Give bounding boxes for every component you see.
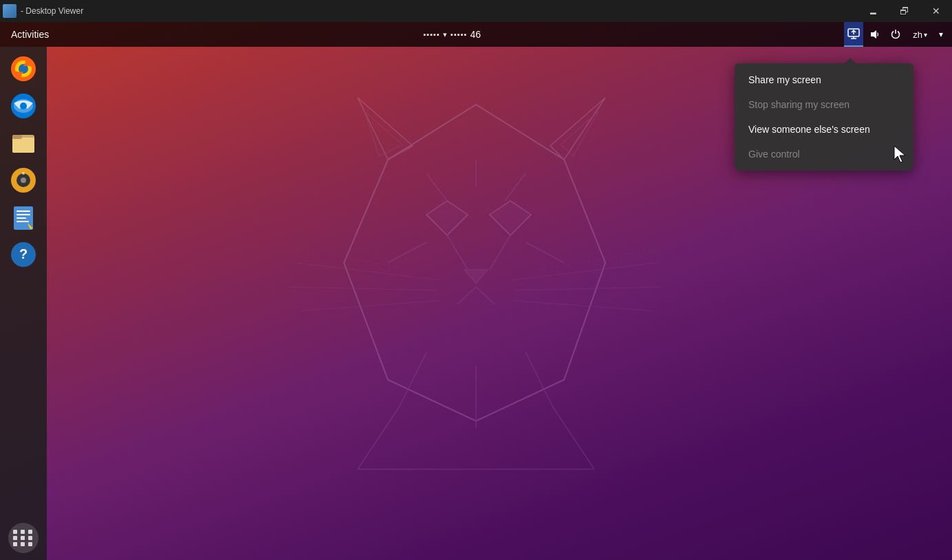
maximize-button[interactable]: 🗗 bbox=[889, 0, 920, 22]
svg-line-18 bbox=[399, 352, 426, 407]
svg-marker-4 bbox=[561, 111, 598, 156]
svg-rect-53 bbox=[17, 217, 26, 219]
stop-sharing-item: Stop sharing my screen bbox=[735, 92, 913, 117]
dock-rhythmbox[interactable] bbox=[7, 164, 40, 197]
dock-writer[interactable] bbox=[7, 201, 40, 234]
files-icon bbox=[8, 128, 39, 158]
share-my-screen-item[interactable]: Share my screen bbox=[735, 67, 913, 92]
activities-button[interactable]: Activities bbox=[0, 22, 60, 47]
show-apps-button[interactable] bbox=[8, 523, 39, 553]
app-icon bbox=[3, 4, 17, 18]
screen-share-icon bbox=[847, 28, 860, 39]
network-speed-indicator: ▪▪▪▪▪ ▾ ▪▪▪▪▪ bbox=[423, 30, 467, 39]
svg-rect-45 bbox=[12, 135, 22, 139]
svg-line-12 bbox=[299, 301, 439, 311]
svg-marker-7 bbox=[464, 270, 488, 283]
dock-firefox[interactable] bbox=[7, 52, 40, 85]
svg-line-8 bbox=[457, 287, 476, 304]
svg-marker-0 bbox=[344, 105, 605, 421]
screen-share-button[interactable] bbox=[844, 22, 863, 47]
desktop: Activities ▪▪▪▪▪ ▾ ▪▪▪▪▪ 46 bbox=[0, 22, 952, 560]
svg-line-27 bbox=[388, 242, 426, 263]
clock-area: ▪▪▪▪▪ ▾ ▪▪▪▪▪ 46 bbox=[423, 29, 481, 40]
dock: ? bbox=[0, 47, 47, 560]
system-menu-arrow: ▾ bbox=[939, 30, 943, 39]
dock-help[interactable]: ? bbox=[7, 238, 40, 271]
svg-rect-52 bbox=[17, 214, 30, 215]
language-button[interactable]: zh ▾ bbox=[907, 22, 933, 47]
rhythmbox-icon bbox=[8, 165, 39, 195]
svg-point-48 bbox=[21, 177, 26, 183]
clock[interactable]: 46 bbox=[470, 29, 482, 40]
volume-button[interactable] bbox=[866, 22, 884, 47]
help-icon: ? bbox=[8, 239, 39, 270]
screen-share-menu: Share my screen Stop sharing my screen V… bbox=[735, 63, 913, 171]
svg-line-22 bbox=[553, 407, 594, 469]
gnome-topbar: Activities ▪▪▪▪▪ ▾ ▪▪▪▪▪ 46 bbox=[0, 22, 952, 47]
dock-files[interactable] bbox=[7, 127, 40, 160]
svg-line-30 bbox=[490, 235, 510, 270]
svg-text:?: ? bbox=[19, 246, 28, 261]
svg-line-21 bbox=[358, 407, 399, 469]
svg-marker-35 bbox=[871, 30, 876, 39]
minimize-button[interactable]: 🗕 bbox=[857, 0, 889, 22]
title-bar-text: - Desktop Viewer bbox=[21, 6, 857, 16]
title-bar-controls: 🗕 🗗 ✕ bbox=[857, 0, 952, 22]
svg-marker-6 bbox=[490, 201, 531, 235]
svg-rect-54 bbox=[17, 221, 29, 222]
svg-line-13 bbox=[512, 263, 656, 280]
grid-dots-icon bbox=[13, 530, 34, 546]
svg-line-9 bbox=[476, 287, 495, 304]
svg-line-29 bbox=[447, 235, 468, 270]
svg-marker-2 bbox=[550, 98, 605, 160]
svg-line-11 bbox=[289, 287, 437, 290]
svg-line-28 bbox=[526, 242, 564, 263]
power-button[interactable] bbox=[887, 22, 905, 47]
svg-rect-51 bbox=[17, 211, 30, 212]
svg-line-24 bbox=[426, 173, 447, 201]
power-icon bbox=[890, 29, 901, 40]
close-button[interactable]: ✕ bbox=[920, 0, 952, 22]
give-control-item: Give control bbox=[735, 142, 913, 166]
svg-marker-1 bbox=[358, 98, 413, 160]
thunderbird-icon bbox=[8, 91, 39, 121]
svg-line-15 bbox=[513, 301, 653, 311]
svg-marker-5 bbox=[426, 201, 468, 235]
view-someone-screen-item[interactable]: View someone else's screen bbox=[735, 117, 913, 142]
topbar-right: zh ▾ ▾ bbox=[844, 22, 952, 47]
svg-line-25 bbox=[505, 173, 526, 201]
svg-line-10 bbox=[296, 263, 440, 280]
dock-thunderbird[interactable] bbox=[7, 89, 40, 122]
svg-point-49 bbox=[22, 172, 25, 175]
svg-line-19 bbox=[526, 352, 553, 407]
svg-rect-44 bbox=[12, 138, 34, 153]
writer-icon bbox=[8, 202, 39, 233]
svg-line-14 bbox=[515, 287, 663, 290]
title-bar: - Desktop Viewer 🗕 🗗 ✕ bbox=[0, 0, 952, 22]
topbar-center: ▪▪▪▪▪ ▾ ▪▪▪▪▪ 46 bbox=[60, 29, 844, 40]
volume-icon bbox=[869, 29, 880, 40]
svg-point-42 bbox=[20, 103, 27, 109]
system-menu-button[interactable]: ▾ bbox=[935, 22, 946, 47]
firefox-icon bbox=[8, 54, 39, 84]
